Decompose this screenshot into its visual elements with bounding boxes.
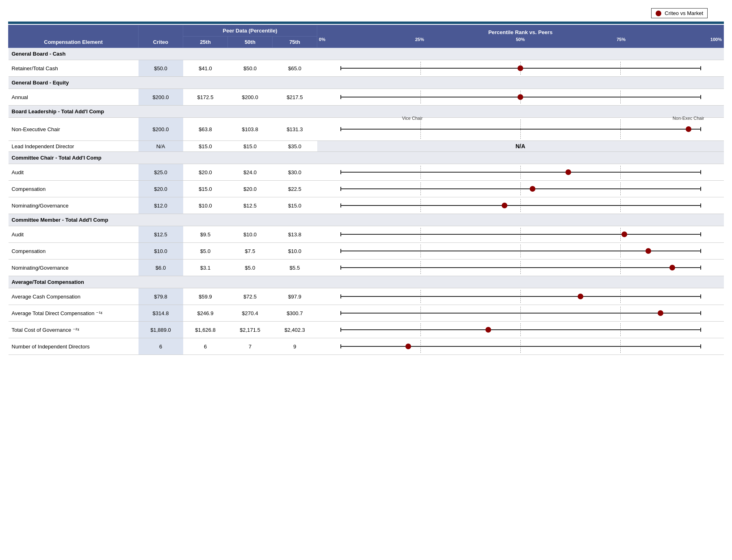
- p25-cell: $3.1: [183, 259, 228, 276]
- header-peer-data: Peer Data (Percentile): [183, 25, 317, 37]
- criteo-value-cell: $6.0: [139, 259, 183, 276]
- percentile-rank-label: Percentile Rank vs. Peers: [319, 29, 722, 35]
- criteo-value-cell: $200.0: [139, 89, 183, 106]
- criteo-value-cell: $20.0: [139, 181, 183, 197]
- data-dot: [658, 310, 663, 316]
- element-name-cell: Number of Independent Directors: [9, 338, 139, 355]
- table-row: Annual$200.0$172.5$200.0$217.5: [9, 89, 724, 106]
- legend-dot: [656, 11, 661, 16]
- section-header-row: Committee Chair - Total Add'l Comp: [9, 152, 724, 164]
- criteo-value-cell: $1,889.0: [139, 322, 183, 338]
- element-name-cell: Lead Independent Director: [9, 141, 139, 152]
- p75-cell: $65.0: [273, 60, 317, 77]
- right-tick: [700, 127, 701, 131]
- table-row: Non-Executive Chair$200.0$63.8$103.8$131…: [9, 118, 724, 141]
- p75-cell: $97.9: [273, 288, 317, 305]
- p50-cell: $270.4: [228, 305, 273, 322]
- top-bar: [8, 22, 724, 24]
- element-name-cell: Annual: [9, 89, 139, 106]
- chart-cell: [317, 288, 724, 305]
- data-dot: [518, 65, 523, 71]
- criteo-value-cell: $200.0: [139, 118, 183, 141]
- right-tick: [700, 344, 701, 348]
- h-line: [340, 172, 700, 173]
- section-header-cell: Committee Chair - Total Add'l Comp: [9, 152, 724, 164]
- table-row: Number of Independent Directors6679: [9, 338, 724, 355]
- data-dot: [530, 186, 535, 192]
- header-criteo: Criteo: [139, 25, 183, 48]
- p75-cell: $13.8: [273, 226, 317, 243]
- criteo-value-cell: $50.0: [139, 60, 183, 77]
- right-tick: [700, 266, 701, 270]
- table-row: Average Cash Compensation$79.8$59.9$72.5…: [9, 288, 724, 305]
- p50-cell: $24.0: [228, 164, 273, 181]
- p25-cell: 6: [183, 338, 228, 355]
- table-row: Compensation$20.0$15.0$20.0$22.5: [9, 181, 724, 197]
- table-body: General Board - CashRetainer/Total Cash$…: [9, 48, 724, 355]
- p50-cell: $200.0: [228, 89, 273, 106]
- criteo-value-cell: N/A: [139, 141, 183, 152]
- criteo-value-cell: $25.0: [139, 164, 183, 181]
- chart-cell: [317, 164, 724, 181]
- h-line: [340, 234, 700, 235]
- data-dot: [502, 203, 507, 208]
- p25-cell: $9.5: [183, 226, 228, 243]
- data-dot: [669, 265, 675, 270]
- p25-cell: $10.0: [183, 197, 228, 214]
- right-tick: [700, 203, 701, 208]
- p25-cell: $59.9: [183, 288, 228, 305]
- chart-cell: [317, 60, 724, 77]
- table-row: Nominating/Governance$12.0$10.0$12.5$15.…: [9, 197, 724, 214]
- p75-cell: $131.3: [273, 118, 317, 141]
- right-tick: [700, 66, 701, 70]
- p50-cell: $15.0: [228, 141, 273, 152]
- table-row: Nominating/Governance$6.0$3.1$5.0$5.5: [9, 259, 724, 276]
- section-header-cell: General Board - Cash: [9, 48, 724, 60]
- chart-cell: [317, 259, 724, 276]
- p50-cell: $5.0: [228, 259, 273, 276]
- criteo-value-cell: $12.0: [139, 197, 183, 214]
- element-name-cell: Retainer/Total Cash: [9, 60, 139, 77]
- p25-cell: $63.8: [183, 118, 228, 141]
- p50-cell: 7: [228, 338, 273, 355]
- p75-cell: $5.5: [273, 259, 317, 276]
- criteo-value-cell: $314.8: [139, 305, 183, 322]
- element-name-cell: Nominating/Governance: [9, 259, 139, 276]
- element-name-cell: Compensation: [9, 243, 139, 259]
- p75-cell: $30.0: [273, 164, 317, 181]
- p50-cell: $10.0: [228, 226, 273, 243]
- header-25th: 25th: [183, 37, 228, 48]
- annotation: Non-Exec Chair: [673, 116, 704, 121]
- legend-area: Criteo vs Market: [8, 8, 724, 18]
- p50-cell: $20.0: [228, 181, 273, 197]
- right-tick: [700, 294, 701, 298]
- p75-cell: $2,402.3: [273, 322, 317, 338]
- p50-cell: $103.8: [228, 118, 273, 141]
- right-tick: [700, 95, 701, 99]
- p25-cell: $20.0: [183, 164, 228, 181]
- section-header-cell: Committee Member - Total Add'l Comp: [9, 214, 724, 226]
- data-dot: [645, 248, 651, 254]
- p50-cell: $2,171.5: [228, 322, 273, 338]
- table-row: Retainer/Total Cash$50.0$41.0$50.0$65.0: [9, 60, 724, 77]
- element-name-cell: Audit: [9, 164, 139, 181]
- p25-cell: $15.0: [183, 141, 228, 152]
- section-header-cell: General Board - Equity: [9, 77, 724, 89]
- h-line: [340, 329, 700, 330]
- right-tick: [700, 170, 701, 174]
- right-tick: [700, 249, 701, 253]
- table-header-row1: Compensation Element Criteo Peer Data (P…: [9, 25, 724, 37]
- right-tick: [700, 232, 701, 236]
- element-name-cell: Average Total Direct Compensation ⁻¹ˠ: [9, 305, 139, 322]
- table-row: Compensation$10.0$5.0$7.5$10.0: [9, 243, 724, 259]
- table-row: Audit$12.5$9.5$10.0$13.8: [9, 226, 724, 243]
- chart-cell: [317, 181, 724, 197]
- header-percentile-rank: Percentile Rank vs. Peers 0% 25% 50% 75%…: [317, 25, 724, 48]
- chart-cell: [317, 243, 724, 259]
- element-name-cell: Audit: [9, 226, 139, 243]
- p25-cell: $5.0: [183, 243, 228, 259]
- chart-cell: N/A: [317, 141, 724, 152]
- right-tick: [700, 328, 701, 332]
- compensation-table: Compensation Element Criteo Peer Data (P…: [8, 25, 724, 355]
- header-compensation-element: Compensation Element: [9, 25, 139, 48]
